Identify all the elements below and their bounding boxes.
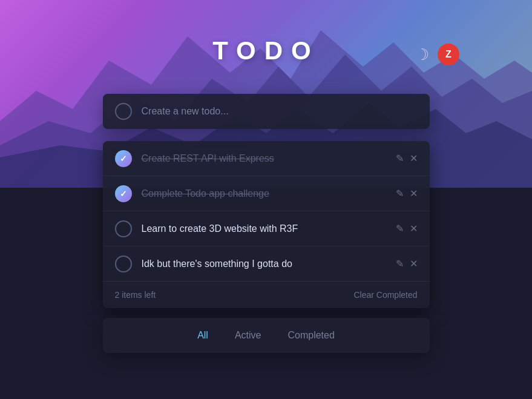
new-todo-circle[interactable] (115, 103, 132, 120)
todo-item: Complete Todo app challenge ✎ ✕ (103, 176, 430, 211)
app-title: TODO (212, 36, 320, 65)
todo-actions-2: ✎ ✕ (396, 188, 418, 199)
todo-text-3: Learn to create 3D website with R3F (142, 223, 386, 234)
edit-icon-3[interactable]: ✎ (396, 223, 404, 234)
todo-checkbox-3[interactable] (115, 220, 132, 237)
edit-icon-1[interactable]: ✎ (396, 153, 404, 164)
todo-actions-3: ✎ ✕ (396, 223, 418, 234)
moon-icon[interactable]: ☽ (415, 45, 429, 64)
edit-icon-4[interactable]: ✎ (396, 258, 404, 269)
avatar: Z (438, 44, 459, 65)
close-icon-4[interactable]: ✕ (410, 258, 418, 269)
todo-text-4: Idk but there's something I gotta do (142, 259, 386, 269)
todo-text-2: Complete Todo app challenge (142, 188, 386, 199)
todo-item: Learn to create 3D website with R3F ✎ ✕ (103, 211, 430, 246)
filter-completed-button[interactable]: Completed (283, 328, 339, 343)
top-icons: ☽ Z (415, 44, 459, 65)
todo-item: Create REST API with Express ✎ ✕ (103, 141, 430, 176)
close-icon-3[interactable]: ✕ (410, 223, 418, 234)
filter-active-button[interactable]: Active (230, 328, 266, 343)
todo-checkbox-4[interactable] (115, 256, 132, 272)
close-icon-1[interactable]: ✕ (410, 153, 418, 164)
todo-actions-4: ✎ ✕ (396, 258, 418, 269)
clear-completed-button[interactable]: Clear Completed (353, 290, 417, 300)
todo-text-1: Create REST API with Express (142, 153, 386, 164)
main-container: Create REST API with Express ✎ ✕ Complet… (103, 94, 430, 353)
todo-footer: 2 items left Clear Completed (103, 282, 430, 308)
filter-all-button[interactable]: All (192, 328, 213, 343)
new-todo-box (103, 94, 430, 129)
todo-actions-1: ✎ ✕ (396, 153, 418, 164)
close-icon-2[interactable]: ✕ (410, 188, 418, 199)
todo-list: Create REST API with Express ✎ ✕ Complet… (103, 141, 430, 308)
items-left: 2 items left (115, 290, 156, 300)
todo-checkbox-1[interactable] (115, 150, 132, 167)
todo-checkbox-2[interactable] (115, 185, 132, 202)
filter-container: All Active Completed (103, 318, 430, 353)
todo-item: Idk but there's something I gotta do ✎ ✕ (103, 246, 430, 282)
new-todo-input[interactable] (142, 106, 418, 117)
edit-icon-2[interactable]: ✎ (396, 188, 404, 199)
